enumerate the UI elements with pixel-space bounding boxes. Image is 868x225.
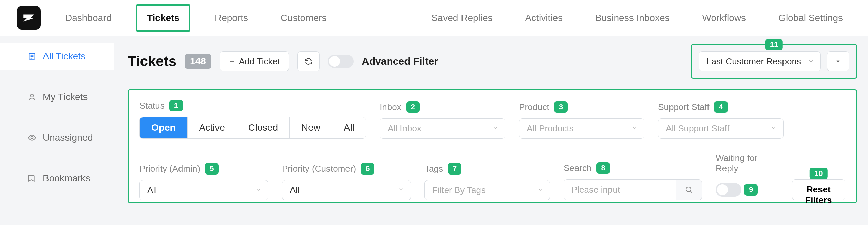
priority-admin-value: All <box>147 185 157 196</box>
nav-left: Dashboard Tickets Reports Customers <box>17 4 335 32</box>
nav-activities[interactable]: Activities <box>517 7 571 29</box>
add-ticket-button[interactable]: Add Ticket <box>220 51 289 71</box>
sidebar-bookmarks[interactable]: Bookmarks <box>0 165 114 192</box>
tags-label-text: Tags <box>424 164 443 174</box>
sort-select[interactable]: Last Customer Respons <box>699 51 821 71</box>
filter-search: Search 8 <box>564 162 702 200</box>
body-area: All Tickets My Tickets Unassigned Bookma… <box>0 36 868 225</box>
filter-staff-label: Support Staff 4 <box>658 101 784 113</box>
chevron-down-icon <box>808 56 814 67</box>
staff-placeholder: All Support Staff <box>666 123 729 134</box>
nav-global-settings[interactable]: Global Settings <box>770 7 851 29</box>
refresh-button[interactable] <box>297 51 320 71</box>
filter-status-label: Status 1 <box>139 100 366 111</box>
sidebar-all-tickets[interactable]: All Tickets <box>0 43 114 70</box>
inbox-label-text: Inbox <box>380 102 401 112</box>
reset-filters-button[interactable]: Reset Filters <box>792 179 845 200</box>
page-title: Tickets <box>128 53 176 69</box>
priority-customer-value: All <box>290 185 300 196</box>
nav-business-inboxes[interactable]: Business Inboxes <box>587 7 678 29</box>
filter-status: Status 1 Open Active Closed New All <box>139 100 366 139</box>
chevron-down-icon <box>631 123 638 134</box>
sidebar: All Tickets My Tickets Unassigned Bookma… <box>0 36 114 225</box>
chevron-down-icon <box>255 185 262 196</box>
filter-waiting: Waiting for Reply 9 <box>716 153 765 200</box>
filter-tags: Tags 7 Filter By Tags <box>424 163 550 200</box>
search-button[interactable] <box>676 179 702 200</box>
filter-inbox: Inbox 2 All Inbox <box>380 101 505 139</box>
tags-label: Tags 7 <box>424 163 550 175</box>
search-wrap <box>564 179 702 200</box>
sidebar-item-label: Unassigned <box>43 132 93 143</box>
annotation-badge-5: 5 <box>205 163 219 175</box>
product-placeholder: All Products <box>527 123 574 134</box>
ticket-count-badge: 148 <box>185 54 211 69</box>
advanced-filter-toggle[interactable] <box>328 55 354 68</box>
waiting-toggle[interactable] <box>716 183 741 197</box>
priority-admin-select[interactable]: All <box>139 180 268 200</box>
annotation-badge-7: 7 <box>448 163 461 175</box>
eye-icon <box>27 133 37 142</box>
status-all[interactable]: All <box>332 117 366 138</box>
inbox-placeholder: All Inbox <box>388 123 421 134</box>
priority-admin-label: Priority (Admin) 5 <box>139 163 268 175</box>
sidebar-item-label: Bookmarks <box>43 173 90 184</box>
status-new[interactable]: New <box>290 117 332 138</box>
chevron-down-icon <box>770 123 777 134</box>
page-header: Tickets 148 Add Ticket Advanced Filter 1… <box>128 44 857 79</box>
status-label-text: Status <box>139 101 165 111</box>
filter-row-1: Status 1 Open Active Closed New All Inbo… <box>139 100 845 139</box>
nav-customers[interactable]: Customers <box>272 7 335 29</box>
filter-product: Product 3 All Products <box>519 101 644 139</box>
nav-workflows[interactable]: Workflows <box>694 7 754 29</box>
sidebar-unassigned[interactable]: Unassigned <box>0 124 114 151</box>
waiting-label-text: Waiting for Reply <box>716 153 765 174</box>
priority-customer-select[interactable]: All <box>282 180 411 200</box>
nav-reports[interactable]: Reports <box>207 7 256 29</box>
chevron-down-icon <box>398 185 404 196</box>
tags-placeholder: Filter By Tags <box>432 185 486 196</box>
advanced-filter-label: Advanced Filter <box>362 56 438 67</box>
filter-row-2: Priority (Admin) 5 All Priority (Custome… <box>139 153 845 200</box>
nav-dashboard[interactable]: Dashboard <box>57 7 120 29</box>
search-input[interactable] <box>564 179 676 200</box>
svg-point-3 <box>686 187 691 192</box>
search-icon <box>685 186 693 194</box>
status-segmented: Open Active Closed New All <box>139 117 366 139</box>
main-content: Tickets 148 Add Ticket Advanced Filter 1… <box>114 36 868 225</box>
nav-saved-replies[interactable]: Saved Replies <box>423 7 501 29</box>
sidebar-item-label: My Tickets <box>43 91 88 102</box>
sort-group: 11 Last Customer Respons <box>691 44 857 79</box>
sort-actions-button[interactable] <box>827 51 849 71</box>
search-label: Search 8 <box>564 162 702 174</box>
tags-select[interactable]: Filter By Tags <box>424 180 550 200</box>
sidebar-my-tickets[interactable]: My Tickets <box>0 83 114 110</box>
priority-customer-label: Priority (Customer) 6 <box>282 163 411 175</box>
annotation-badge-2: 2 <box>406 101 420 113</box>
nav-tickets[interactable]: Tickets <box>136 4 190 32</box>
filter-support-staff: Support Staff 4 All Support Staff <box>658 101 784 139</box>
waiting-toggle-wrap: 9 <box>716 179 765 200</box>
chevron-down-icon <box>492 123 499 134</box>
annotation-badge-11: 11 <box>765 39 783 50</box>
inbox-select[interactable]: All Inbox <box>380 118 505 139</box>
status-closed[interactable]: Closed <box>237 117 290 138</box>
priority-admin-text: Priority (Admin) <box>139 164 200 174</box>
sort-value: Last Customer Respons <box>706 56 801 67</box>
product-select[interactable]: All Products <box>519 118 644 139</box>
annotation-badge-1: 1 <box>169 100 183 111</box>
app-logo[interactable] <box>17 6 41 30</box>
annotation-badge-4: 4 <box>714 101 728 113</box>
chevron-down-icon <box>537 185 544 196</box>
caret-down-icon <box>835 58 841 64</box>
status-open[interactable]: Open <box>140 117 188 138</box>
filters-panel: Status 1 Open Active Closed New All Inbo… <box>128 89 857 203</box>
svg-point-2 <box>31 137 33 139</box>
filter-reset: 10 Reset Filters <box>792 179 845 200</box>
bookmark-icon <box>27 173 37 183</box>
staff-select[interactable]: All Support Staff <box>658 118 784 139</box>
filter-priority-customer: Priority (Customer) 6 All <box>282 163 411 200</box>
staff-label-text: Support Staff <box>658 102 709 112</box>
status-active[interactable]: Active <box>188 117 237 138</box>
product-label-text: Product <box>519 102 549 112</box>
